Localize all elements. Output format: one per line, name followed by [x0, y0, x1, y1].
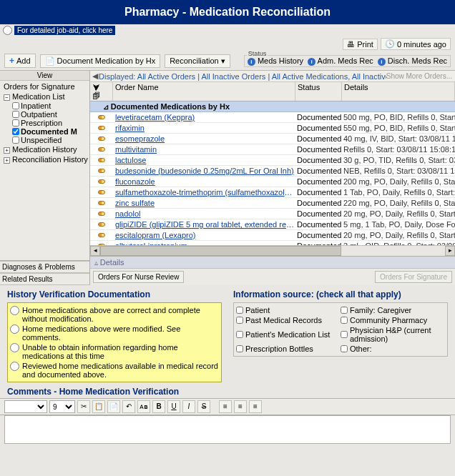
reconciliation-dropdown[interactable]: Reconciliation ▾	[165, 54, 230, 68]
col-details[interactable]: Details	[342, 82, 455, 101]
medication-row[interactable]: zinc sulfateDocumented220 mg, PO, Daily,…	[90, 198, 455, 209]
paste-button[interactable]: 📄	[107, 400, 120, 413]
med-name-link[interactable]: fluconazole	[113, 177, 295, 186]
strike-button[interactable]: S	[197, 400, 210, 413]
tree-medication-list[interactable]: − Medication List	[1, 91, 89, 101]
med-name-link[interactable]: sulfamethoxazole-trimethoprim (sulfameth…	[113, 188, 295, 197]
med-status: Documented	[295, 199, 342, 207]
tree-orders-signature[interactable]: Orders for Signature	[1, 81, 89, 91]
med-name-link[interactable]: escitalopram (Lexapro)	[113, 231, 295, 239]
details-collapse-bar[interactable]: ▵ Details	[90, 256, 455, 268]
orders-for-signature-button[interactable]: Orders For Signature	[375, 271, 452, 283]
medication-row[interactable]: escitalopram (Lexapro)Documented20 mg, P…	[90, 230, 455, 241]
col-status[interactable]: Status	[295, 82, 342, 101]
medication-row[interactable]: esomeprazoleDocumented40 mg, IV, BID, St…	[90, 134, 455, 144]
medication-row[interactable]: nadololDocumented20 mg, PO, Daily, Refil…	[90, 209, 455, 219]
medication-row[interactable]: budesonide (budesonide 0.25mg/2mL For Or…	[90, 166, 455, 177]
med-name-link[interactable]: zinc sulfate	[113, 199, 295, 207]
hv-unable-radio[interactable]	[10, 343, 19, 352]
medication-row[interactable]: multivitaminDocumentedRefills 0, Start: …	[90, 144, 455, 155]
collapse-icon[interactable]: −	[4, 94, 10, 101]
jobaid-radio[interactable]	[3, 26, 12, 35]
tree-medication-history[interactable]: + Medication History	[1, 144, 89, 154]
related-results-button[interactable]: Related Results	[0, 273, 89, 285]
doc-icon: 📄	[45, 56, 55, 66]
src-community-pharmacy-checkbox[interactable]	[341, 317, 348, 324]
underline-button[interactable]: U	[167, 400, 180, 413]
inpatient-checkbox[interactable]	[12, 102, 19, 109]
unspecified-checkbox[interactable]	[12, 137, 19, 144]
undo-button[interactable]: ↶	[122, 400, 135, 413]
horizontal-scrollbar[interactable]: ◂ ▸	[90, 245, 455, 256]
document-by-hx-button[interactable]: 📄Document Medication by Hx	[40, 54, 161, 68]
src-other-checkbox[interactable]	[341, 345, 348, 352]
tree-reconciliation-history[interactable]: + Reconciliation History	[1, 154, 89, 164]
col-icon[interactable]: ⮟ 🗐	[90, 82, 113, 101]
align-left-button[interactable]: ≡	[219, 400, 232, 413]
font-size-select[interactable]: 9	[49, 400, 75, 413]
spellcheck-button[interactable]: ᴀʙ	[137, 400, 150, 413]
med-name-link[interactable]: rifaximin	[113, 124, 295, 132]
medication-row[interactable]: levetiracetam (Keppra)Documented500 mg, …	[90, 112, 455, 123]
scroll-right-button[interactable]: ▸	[445, 246, 455, 256]
expand-icon[interactable]: +	[4, 157, 10, 164]
group-header[interactable]: ⊿ Documented Medications by Hx	[90, 101, 455, 112]
med-name-link[interactable]: nadolol	[113, 209, 295, 218]
show-more-orders[interactable]: Show More Orders...	[386, 72, 454, 80]
med-name-link[interactable]: glipiZIDE (glipiZIDE 5 mg oral tablet, e…	[113, 220, 295, 229]
medication-row[interactable]: rifaximinDocumented550 mg, PO, BID, Refi…	[90, 123, 455, 134]
filter-display[interactable]: Displayed: All Active Orders | All Inact…	[99, 72, 386, 81]
med-name-link[interactable]: lactulose	[113, 156, 295, 164]
med-name-link[interactable]: multivitamin	[113, 145, 295, 154]
col-order-name[interactable]: Order Name	[113, 82, 295, 101]
src-med-list-checkbox[interactable]	[236, 331, 243, 338]
bold-button[interactable]: B	[152, 400, 165, 413]
refresh-time[interactable]: 🕓0 minutes ago	[381, 38, 451, 50]
scroll-left-icon[interactable]: ◀	[92, 71, 99, 81]
med-details: 20 mg, PO, Daily, Refills 0, Start: 03/0…	[342, 209, 455, 218]
align-center-button[interactable]: ≡	[234, 400, 247, 413]
italic-button[interactable]: I	[182, 400, 195, 413]
cut-button[interactable]: ✂	[77, 400, 90, 413]
orders-nurse-review-button[interactable]: Orders For Nurse Review	[93, 271, 184, 283]
med-name-link[interactable]: levetiracetam (Keppra)	[113, 113, 295, 122]
medication-row[interactable]: glipiZIDE (glipiZIDE 5 mg oral tablet, e…	[90, 219, 455, 230]
comments-editor[interactable]	[4, 415, 451, 444]
tree-outpatient[interactable]: Outpatient	[1, 110, 89, 119]
src-patient-checkbox[interactable]	[236, 307, 243, 314]
hv-modified-radio[interactable]	[10, 324, 19, 334]
font-family-select[interactable]	[4, 400, 47, 413]
scroll-left-button[interactable]: ◂	[90, 246, 100, 256]
align-right-button[interactable]: ≡	[249, 400, 262, 413]
documented-checkbox[interactable]	[12, 128, 19, 135]
tree-documented[interactable]: Documented M	[1, 127, 89, 136]
outpatient-checkbox[interactable]	[12, 111, 19, 118]
src-bottles-checkbox[interactable]	[236, 345, 243, 352]
expand-icon[interactable]: +	[4, 147, 10, 154]
prescription-checkbox[interactable]	[12, 119, 19, 127]
hv-correct-radio[interactable]	[10, 306, 19, 315]
src-family-checkbox[interactable]	[341, 307, 348, 314]
tree-prescription[interactable]: Prescription	[1, 119, 89, 127]
tree-inpatient[interactable]: Inpatient	[1, 101, 89, 110]
medication-row[interactable]: lactuloseDocumented30 g, PO, TID, Refill…	[90, 155, 455, 166]
meds-history-status[interactable]: i Meds History	[248, 56, 303, 66]
tree-unspecified[interactable]: Unspecified	[1, 136, 89, 144]
medication-row[interactable]: sulfamethoxazole-trimethoprim (sulfameth…	[90, 187, 455, 198]
copy-button[interactable]: 📋	[92, 400, 105, 413]
add-button[interactable]: +Add	[4, 54, 36, 68]
adm-meds-rec-status[interactable]: i Adm. Meds Rec	[308, 56, 373, 66]
diagnoses-problems-button[interactable]: Diagnoses & Problems	[0, 261, 89, 273]
scroll-thumb[interactable]	[100, 246, 341, 256]
med-status: Documented	[295, 167, 342, 175]
nav-tree[interactable]: Orders for Signature − Medication List I…	[0, 81, 89, 260]
hv-reviewed-radio[interactable]	[10, 362, 19, 371]
disch-meds-rec-status[interactable]: i Disch. Meds Rec	[378, 56, 447, 66]
med-name-link[interactable]: budesonide (budesonide 0.25mg/2mL For Or…	[113, 167, 295, 175]
jobaid-link[interactable]: For detailed job-aid, click here	[14, 26, 115, 35]
print-button[interactable]: 🖶Print	[343, 39, 378, 50]
medication-row[interactable]: fluconazoleDocumented200 mg, PO, Daily, …	[90, 177, 455, 187]
src-physician-hp-checkbox[interactable]	[341, 331, 348, 338]
src-past-records-checkbox[interactable]	[236, 317, 243, 324]
med-name-link[interactable]: esomeprazole	[113, 134, 295, 143]
